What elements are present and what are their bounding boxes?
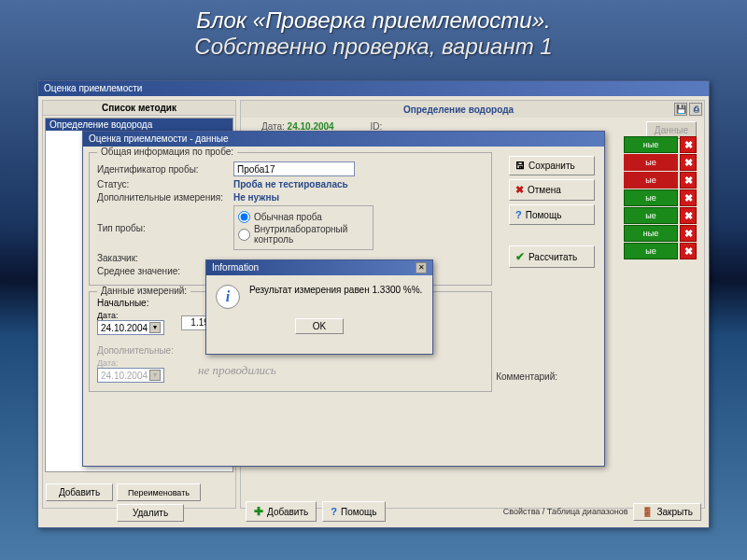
measurements-label: Данные измерений: <box>97 286 190 296</box>
print-icon[interactable]: ⎙ <box>689 103 702 116</box>
tab-delete-icon[interactable]: ✖ <box>680 189 697 206</box>
slide-title-line2: Собственно проверка, вариант 1 <box>0 34 747 60</box>
check-icon: ✔ <box>515 250 525 263</box>
save-disk-icon[interactable]: 💾 <box>674 103 687 116</box>
help-button[interactable]: ?Помощь <box>322 501 385 522</box>
status-value: Проба не тестировалась <box>233 179 348 189</box>
info-dialog-title: Information <box>212 262 259 273</box>
help-icon: ? <box>515 209 522 220</box>
extra-value: Не нужны <box>233 192 279 203</box>
tab-item[interactable]: ые <box>624 172 678 189</box>
info-dialog: Information ✕ i Результат измерения раве… <box>205 259 433 355</box>
tab-item[interactable]: ые <box>624 243 678 259</box>
info-message: Результат измерения равен 1.3300 %%. <box>249 285 422 295</box>
radio-normal[interactable]: Обычная проба <box>238 211 369 223</box>
side-tabs: ные✖ ые✖ ые✖ ые✖ ые✖ ные✖ ые✖ <box>624 136 697 259</box>
tab-item[interactable]: ые <box>624 207 678 224</box>
save-icon: 🖫 <box>515 161 525 171</box>
slide-title: Блок «Проверка приемлемости». Собственно… <box>0 0 747 71</box>
extra-label: Дополнительные измерения: <box>97 192 228 203</box>
save-button[interactable]: 🖫Сохранить <box>509 156 595 175</box>
help-icon: ? <box>331 506 337 517</box>
date-dropdown[interactable]: 24.10.2004▾ <box>97 320 164 335</box>
data-dialog-titlebar[interactable]: Оценка приемлемости - данные <box>83 132 604 147</box>
detail-panel-header: Определение водорода 💾 ⎙ <box>241 101 704 118</box>
sample-id-input[interactable] <box>233 161 355 176</box>
cancel-button[interactable]: ✖Отмена <box>509 179 595 201</box>
sample-id-label: Идентификатор пробы: <box>97 164 228 175</box>
calculate-button[interactable]: ✔Рассчитать <box>509 245 595 268</box>
cancel-icon: ✖ <box>515 184 524 196</box>
info-dialog-titlebar[interactable]: Information ✕ <box>206 260 432 275</box>
close-button[interactable]: 🚪Закрыть <box>633 503 701 521</box>
detail-panel-title: Определение водорода <box>403 105 514 115</box>
methods-panel-header: Список методик <box>43 101 235 116</box>
date-field-label: Дата: <box>97 311 164 320</box>
chevron-down-icon: ▾ <box>149 322 161 333</box>
chevron-down-icon: ▾ <box>149 370 161 381</box>
type-label: Тип пробы: <box>97 223 228 233</box>
props-label[interactable]: Свойства / Таблица диапазонов <box>503 507 628 516</box>
slide-title-line1: Блок «Проверка приемлемости». <box>0 7 747 34</box>
tab-delete-icon[interactable]: ✖ <box>680 154 697 171</box>
date2-field-label: Дата: <box>97 358 164 368</box>
status-label: Статус: <box>97 179 228 189</box>
add-button[interactable]: ✚Добавить <box>246 501 317 522</box>
radio-control[interactable]: Внутрилабораторный контроль <box>238 224 369 245</box>
bottom-bar: ✚Добавить ?Помощь Свойства / Таблица диа… <box>246 501 701 522</box>
main-window-titlebar[interactable]: Оценка приемлемости <box>38 81 709 96</box>
tab-delete-icon[interactable]: ✖ <box>680 207 697 224</box>
tab-delete-icon[interactable]: ✖ <box>680 172 697 189</box>
tab-delete-icon[interactable]: ✖ <box>680 243 697 259</box>
tab-delete-icon[interactable]: ✖ <box>680 225 697 242</box>
help-button-2[interactable]: ?Помощь <box>509 204 595 225</box>
comment-label: Комментарий: <box>496 371 557 382</box>
tab-item[interactable]: ные <box>624 225 678 242</box>
tab-item[interactable]: ные <box>624 136 678 153</box>
general-info-label: Общая информация по пробе: <box>97 147 237 157</box>
delete-method-button[interactable]: Удалить <box>117 504 184 522</box>
data-dialog-title: Оценка приемлемости - данные <box>89 133 229 145</box>
no-additional-text: не проводились <box>198 363 276 378</box>
tab-item[interactable]: ые <box>624 154 678 171</box>
door-icon: 🚪 <box>641 507 653 517</box>
sample-type-radio-group: Обычная проба Внутрилабораторный контрол… <box>233 205 374 250</box>
close-icon[interactable]: ✕ <box>416 262 427 273</box>
rename-method-button[interactable]: Переименовать <box>117 483 201 501</box>
tab-item[interactable]: ые <box>624 189 678 206</box>
methods-list-item-selected[interactable]: Определение водорода <box>46 119 233 131</box>
date2-dropdown: 24.10.2004▾ <box>97 368 164 383</box>
info-icon: i <box>216 285 240 309</box>
add-method-button[interactable]: Добавить <box>46 483 113 501</box>
plus-icon: ✚ <box>254 505 263 518</box>
dialog-side-buttons: 🖫Сохранить ✖Отмена ?Помощь ✔Рассчитать <box>509 156 595 268</box>
ok-button[interactable]: OK <box>295 318 344 334</box>
tab-delete-icon[interactable]: ✖ <box>680 136 697 153</box>
main-window-title: Оценка приемлемости <box>44 83 142 94</box>
radio-normal-input[interactable] <box>238 211 250 223</box>
radio-control-input[interactable] <box>238 229 250 241</box>
